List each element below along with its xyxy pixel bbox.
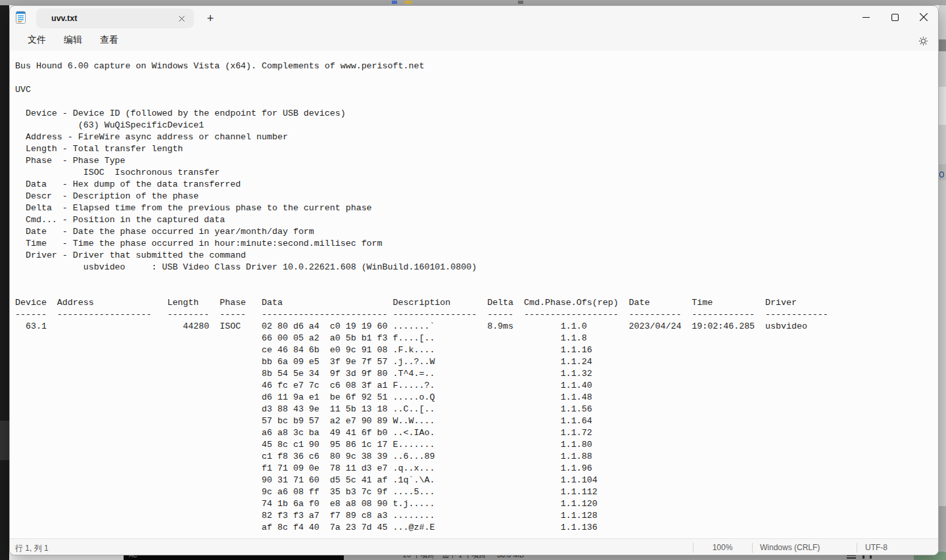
menu-file[interactable]: 文件 (20, 31, 53, 49)
background-window-top-edge (0, 0, 946, 5)
background-scrollbar-segment[interactable] (939, 39, 946, 51)
tab-close-button[interactable] (174, 11, 189, 26)
title-bar: uvv.txt + (10, 6, 938, 30)
close-button[interactable] (909, 6, 938, 28)
minimize-icon (863, 14, 870, 21)
line-ending: Windows (CRLF) (760, 543, 820, 552)
settings-button[interactable] (914, 32, 932, 49)
cursor-position: 行 1, 列 1 (15, 543, 49, 554)
background-dark-window-edge (0, 0, 9, 560)
window-controls (851, 6, 938, 28)
background-badge-dot (939, 172, 944, 177)
status-separator (752, 543, 753, 553)
background-speck (518, 1, 523, 4)
background-speck (405, 1, 412, 4)
document-area: Bus Hound 6.00 capture on Windows Vista … (10, 51, 938, 538)
encoding: UTF-8 (865, 543, 887, 552)
close-icon (920, 13, 928, 21)
menu-edit[interactable]: 编辑 (57, 31, 89, 49)
maximize-icon (891, 14, 899, 21)
status-separator (857, 543, 857, 553)
background-dark-window-highlight (0, 421, 9, 460)
text-editor-content[interactable]: Bus Hound 6.00 capture on Windows Vista … (15, 60, 828, 534)
menu-view[interactable]: 查看 (93, 31, 126, 49)
maximize-button[interactable] (880, 6, 909, 28)
tab-uvv-txt[interactable]: uvv.txt (36, 9, 194, 28)
background-scrollbar-thumb[interactable] (939, 87, 946, 125)
minimize-button[interactable] (851, 6, 880, 28)
new-tab-button[interactable]: + (202, 11, 219, 26)
tab-title: uvv.txt (51, 14, 77, 23)
background-scrollbar-segment[interactable] (939, 506, 946, 551)
status-bar: 行 1, 列 1 100% Windows (CRLF) UTF-8 (10, 538, 938, 555)
close-icon (179, 16, 185, 22)
menu-bar: 文件 编辑 查看 (10, 30, 938, 51)
notepad-window: uvv.txt + (9, 5, 939, 555)
gear-icon (918, 36, 928, 46)
notepad-app-icon (16, 11, 26, 26)
zoom-level: 100% (693, 543, 752, 552)
background-speck (392, 1, 397, 4)
